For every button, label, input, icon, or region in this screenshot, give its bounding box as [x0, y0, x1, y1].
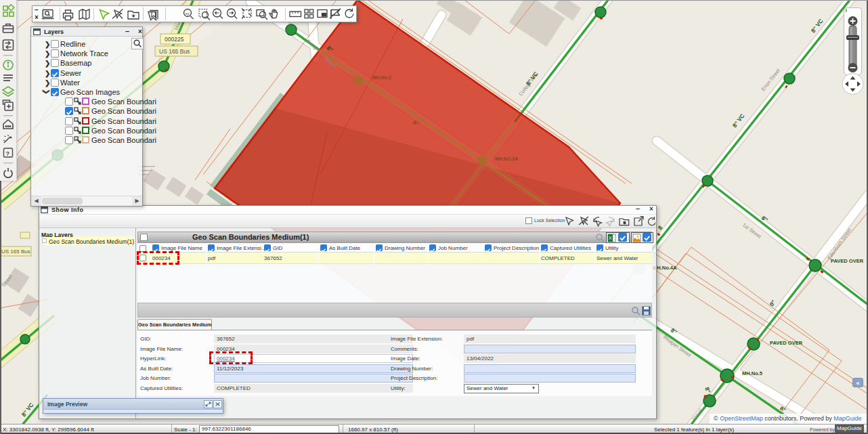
svg-text:X: X: [609, 236, 612, 240]
svg-text:xy: xy: [186, 12, 190, 16]
svg-text:MH.No.2: MH.No.2: [372, 75, 391, 80]
svg-text:US 165 Bus: US 165 Bus: [1, 248, 30, 255]
svg-text:000225: 000225: [165, 36, 184, 43]
svg-text:★: ★: [131, 13, 136, 19]
svg-text:US 165 Bus: US 165 Bus: [159, 48, 190, 55]
svg-text:?: ?: [6, 150, 10, 157]
svg-text:PAVED OVER: PAVED OVER: [831, 258, 864, 264]
svg-text:PAVED OVER: PAVED OVER: [770, 340, 803, 346]
svg-text:MH.NO.3A: MH.NO.3A: [495, 156, 518, 161]
svg-text:MH.No.5: MH.No.5: [742, 370, 762, 376]
